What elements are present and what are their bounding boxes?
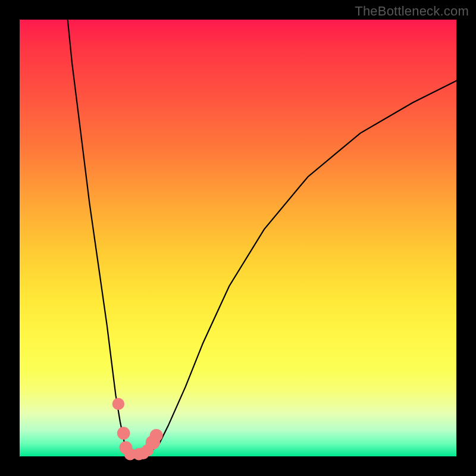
bottleneck-curve: [68, 20, 456, 456]
plot-area: [20, 20, 456, 456]
watermark-text: TheBottleneck.com: [355, 4, 469, 19]
data-markers: [112, 398, 163, 461]
data-marker: [117, 427, 130, 440]
data-marker: [150, 429, 163, 442]
data-marker: [112, 398, 124, 410]
curve-layer: [20, 20, 456, 456]
chart-frame: TheBottleneck.com: [0, 0, 476, 476]
